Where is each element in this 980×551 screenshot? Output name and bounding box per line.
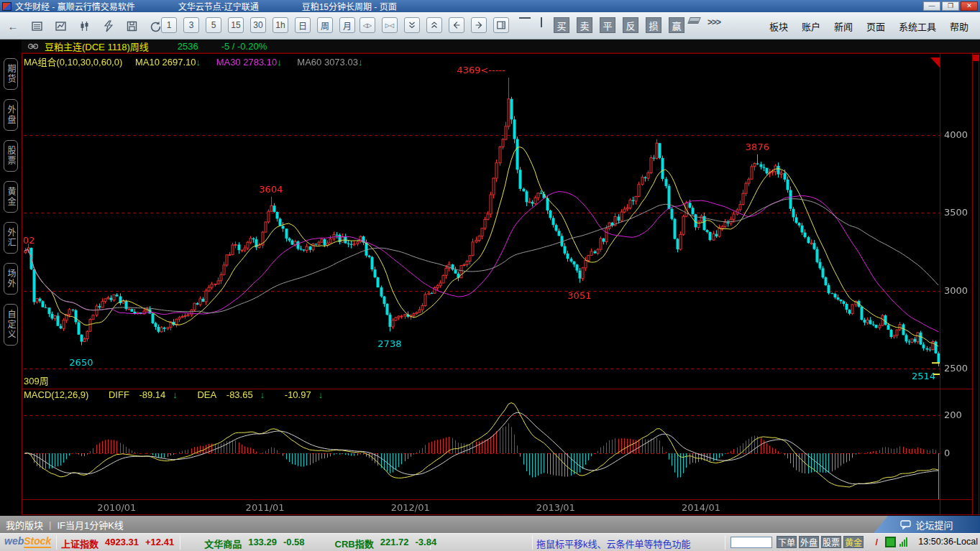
period-button-1[interactable]: 3 <box>183 17 199 33</box>
save-icon[interactable] <box>123 17 140 34</box>
link-icon <box>27 42 39 50</box>
split-view-button[interactable] <box>493 17 509 33</box>
line-chart-icon[interactable] <box>52 17 69 34</box>
quick-button-3[interactable]: 黄金 <box>843 536 864 548</box>
trade-buttons: 买卖平反损赢 <box>554 17 684 33</box>
period-button-3[interactable]: 15 <box>228 17 244 33</box>
signal-strength-icon <box>899 537 911 547</box>
period-button-4[interactable]: 30 <box>250 17 266 33</box>
zoom-in-button[interactable]: ▷◁ <box>382 17 398 33</box>
instrument-title[interactable]: 豆粕主连(DCE 1118)周线 <box>45 40 149 53</box>
restore-button[interactable]: ❐ <box>942 1 959 11</box>
sidebar-tab-4[interactable]: 外汇 <box>4 222 18 254</box>
shift-left-button[interactable] <box>449 17 464 33</box>
status-kline-label: IF当月1分钟K线 <box>57 518 123 532</box>
status-bar: 我的版块 | IF当月1分钟K线 论坛提问 <box>0 516 980 533</box>
divider-slash: / <box>875 537 878 547</box>
shift-right-button[interactable] <box>471 17 487 33</box>
trade-button-5[interactable]: 赢 <box>669 17 684 33</box>
app-window: 文华财经 - 赢顺云行情交易软件 文华云节点-辽宁联通 豆粕15分钟长周期 - … <box>0 0 980 551</box>
index-ticker: 上证指数4923.31+12.41 文华商品133.29-0.58 CRB指数2… <box>61 537 436 550</box>
sidebar-tab-5[interactable]: 场外 <box>4 263 18 295</box>
kline-chart[interactable] <box>22 53 980 516</box>
last-price: 2536 <box>178 41 198 52</box>
quote-table-icon[interactable] <box>28 17 45 34</box>
webstock-logo: webStock <box>4 535 51 547</box>
connection-grid-icon <box>886 537 895 547</box>
index-quote-1[interactable]: 文华商品133.29-0.58 <box>204 537 304 550</box>
sidebar-tab-1[interactable]: 外盘 <box>4 99 18 131</box>
quick-buttons: 下单外盘股票黄金 <box>777 536 864 548</box>
forum-ask-button[interactable]: 论坛提问 <box>874 516 980 533</box>
my-board-label[interactable]: 我的版块 <box>6 518 43 532</box>
app-icon <box>2 2 12 11</box>
menu-item-5[interactable]: 帮助 <box>950 19 968 33</box>
toolbar: ← 13515301h日周月 ◁▷ ▷◁ 买卖平反损赢 >>> <box>0 12 980 40</box>
menu-item-1[interactable]: 账户 <box>802 19 820 33</box>
index-quote-2[interactable]: CRB指数221.72-3.84 <box>335 537 437 550</box>
minimize-button[interactable]: — <box>923 1 940 11</box>
trade-button-1[interactable]: 卖 <box>577 17 592 33</box>
speech-bubble-icon <box>900 520 911 529</box>
back-button[interactable]: ← <box>4 17 22 34</box>
eraser-icon[interactable] <box>687 17 701 24</box>
window-title: 文华财经 - 赢顺云行情交易软件 <box>15 0 135 12</box>
draw-hline-button[interactable] <box>519 17 531 19</box>
close-button[interactable]: ✕ <box>961 1 978 11</box>
period-button-5[interactable]: 1h <box>273 17 288 33</box>
period-button-2[interactable]: 5 <box>206 17 221 33</box>
draw-vline-button[interactable] <box>541 17 542 27</box>
period-button-8[interactable]: 月 <box>339 17 355 33</box>
quick-button-2[interactable]: 股票 <box>821 536 841 548</box>
trade-button-2[interactable]: 平 <box>600 17 615 33</box>
period-buttons: 13515301h日周月 <box>161 17 355 33</box>
bottom-bar: webStock 上证指数4923.31+12.41 文华商品133.29-0.… <box>0 533 980 551</box>
title-bar: 文华财经 - 赢顺云行情交易软件 文华云节点-辽宁联通 豆粕15分钟长周期 - … <box>0 0 980 12</box>
menu-item-0[interactable]: 板块 <box>769 19 788 33</box>
quote-header: 豆粕主连(DCE 1118)周线 2536 -5 / -0.20% <box>22 40 980 53</box>
market-sidebar: 期货外盘股票黄金外汇场外自定义 <box>0 40 22 516</box>
quick-button-0[interactable]: 下单 <box>777 536 797 548</box>
menu-item-3[interactable]: 页面 <box>866 19 885 33</box>
period-button-6[interactable]: 日 <box>295 17 311 33</box>
quick-code-input[interactable] <box>731 537 772 548</box>
price-change: -5 / -0.20% <box>221 41 267 52</box>
sidebar-tab-3[interactable]: 黄金 <box>4 181 18 213</box>
period-button-7[interactable]: 周 <box>317 17 333 33</box>
sidebar-tab-0[interactable]: 期货 <box>4 58 18 90</box>
candlestick-icon[interactable] <box>75 17 93 34</box>
zoom-out-button[interactable]: ◁▷ <box>360 17 375 33</box>
menu-item-2[interactable]: 新闻 <box>834 19 853 33</box>
menu-item-4[interactable]: 系统工具 <box>899 19 936 33</box>
more-tools-button[interactable]: >>> <box>707 17 720 27</box>
period-button-0[interactable]: 1 <box>161 17 177 33</box>
sidebar-tab-2[interactable]: 股票 <box>4 140 18 172</box>
cloud-node-label: 文华云节点-辽宁联通 <box>178 0 259 12</box>
page-down-button[interactable] <box>404 17 420 33</box>
trade-button-0[interactable]: 买 <box>554 17 569 33</box>
clock: 13:50:36-Local <box>918 537 978 547</box>
trade-button-3[interactable]: 反 <box>623 17 638 33</box>
page-title: 豆粕15分钟长周期 - 页面 <box>302 0 397 12</box>
tick-chart-icon[interactable] <box>99 17 116 34</box>
menu-bar: 板块账户新闻页面系统工具帮助 <box>769 12 968 40</box>
index-quote-0[interactable]: 上证指数4923.31+12.41 <box>61 537 174 550</box>
quick-button-1[interactable]: 外盘 <box>799 536 819 548</box>
sidebar-tab-6[interactable]: 自定义 <box>4 304 18 346</box>
trade-button-4[interactable]: 损 <box>646 17 661 33</box>
feature-tip: 拖鼠标平移k线、云条件单等特色功能 <box>536 537 691 550</box>
page-up-button[interactable] <box>426 17 442 33</box>
